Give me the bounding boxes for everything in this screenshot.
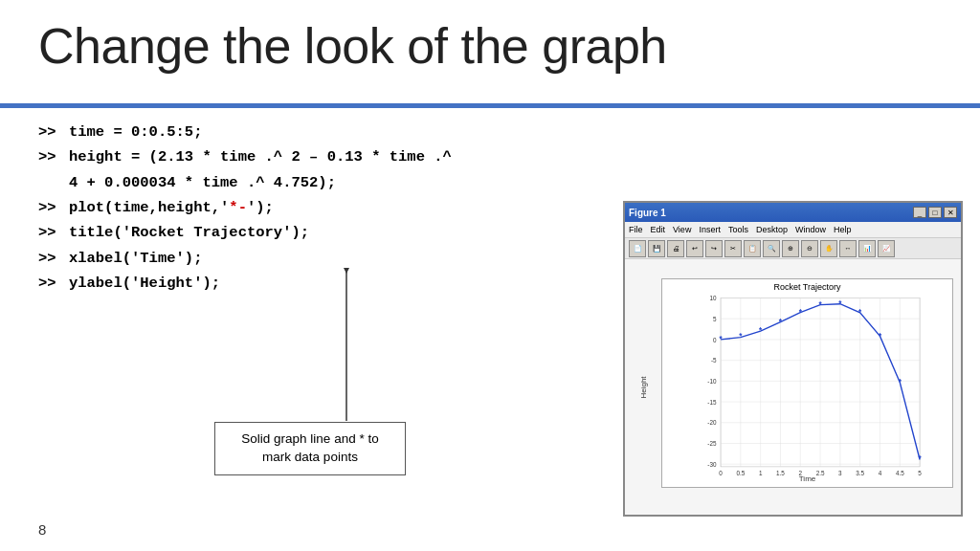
svg-text:-20: -20 [707, 419, 717, 426]
svg-text:1.5: 1.5 [776, 470, 785, 476]
menu-tools[interactable]: Tools [728, 225, 748, 234]
code-line-5: >> title('Rocket Trajectory'); [38, 220, 452, 245]
menu-file[interactable]: File [629, 225, 643, 234]
code-text: plot(time,height,'*-'); [69, 195, 274, 220]
chart-title: Rocket Trajectory [662, 279, 952, 294]
svg-text:1: 1 [759, 470, 763, 476]
toolbar-btn-4[interactable]: ↩ [686, 240, 703, 257]
toolbar-btn-9[interactable]: ⊕ [782, 240, 799, 257]
code-prefix: >> [38, 271, 65, 296]
toolbar-btn-13[interactable]: 📊 [858, 240, 876, 257]
toolbar-btn-6[interactable]: ✂ [724, 240, 742, 257]
toolbar-btn-1[interactable]: 📄 [629, 240, 646, 257]
svg-text:-5: -5 [711, 357, 717, 364]
code-line-1: >> time = 0:0.5:5; [38, 120, 452, 144]
slide-number: 8 [38, 521, 46, 538]
code-prefix: >> [38, 120, 65, 144]
menu-window[interactable]: Window [795, 225, 826, 234]
matlab-titlebar: Figure 1 _ □ ✕ [625, 203, 961, 222]
svg-text:-25: -25 [707, 440, 717, 447]
menu-help[interactable]: Help [834, 225, 852, 234]
matlab-figure-window: Figure 1 _ □ ✕ File Edit View Insert Too… [623, 201, 963, 517]
matlab-menubar: File Edit View Insert Tools Desktop Wind… [625, 222, 961, 238]
svg-text:*: * [919, 454, 923, 463]
svg-text:0: 0 [719, 470, 723, 476]
slide-title: Change the look of the graph [38, 17, 667, 75]
code-prefix: >> [38, 220, 65, 245]
svg-text:4.5: 4.5 [896, 470, 904, 476]
svg-text:2.5: 2.5 [816, 470, 825, 476]
code-prefix [38, 170, 65, 195]
x-axis-label: Time [799, 474, 815, 483]
toolbar-btn-11[interactable]: ✋ [820, 240, 837, 257]
menu-insert[interactable]: Insert [699, 225, 721, 234]
toolbar-btn-14[interactable]: 📈 [878, 240, 895, 257]
matlab-toolbar: 📄 💾 🖨 ↩ ↪ ✂ 📋 🔍 ⊕ ⊖ ✋ ↔ 📊 📈 [625, 238, 961, 259]
code-text: height = (2.13 * time .^ 2 – 0.13 * time… [69, 144, 452, 169]
y-axis-label: Height [639, 376, 648, 398]
code-line-7: >> ylabel('Height'); [38, 271, 452, 296]
code-line-6: >> xlabel('Time'); [38, 246, 452, 271]
svg-text:5: 5 [918, 470, 922, 476]
chart-svg: 10 5 0 -5 -10 -15 -20 -25 -30 0 0.5 1 1.… [662, 294, 952, 484]
svg-text:-10: -10 [707, 378, 717, 385]
chart-container: Rocket Trajectory [661, 278, 953, 488]
code-prefix: >> [38, 246, 65, 271]
maximize-button[interactable]: □ [928, 207, 942, 218]
code-block: >> time = 0:0.5:5; >> height = (2.13 * t… [38, 120, 452, 296]
code-line-2: >> height = (2.13 * time .^ 2 – 0.13 * t… [38, 144, 452, 169]
svg-text:-15: -15 [707, 399, 717, 406]
code-text: ylabel('Height'); [69, 271, 220, 296]
svg-text:3.5: 3.5 [856, 470, 864, 476]
minimize-button[interactable]: _ [913, 207, 926, 218]
menu-view[interactable]: View [673, 225, 691, 234]
code-text: title('Rocket Trajectory'); [69, 220, 309, 245]
code-text: xlabel('Time'); [69, 246, 203, 271]
svg-text:3: 3 [838, 470, 842, 476]
close-button[interactable]: ✕ [944, 207, 957, 218]
menu-desktop[interactable]: Desktop [756, 225, 788, 234]
svg-text:4: 4 [879, 470, 882, 476]
toolbar-btn-5[interactable]: ↪ [705, 240, 723, 257]
matlab-plot-area: Height Rocket Trajectory [625, 259, 961, 515]
window-controls: _ □ ✕ [913, 207, 957, 218]
svg-text:0.5: 0.5 [736, 470, 745, 476]
toolbar-btn-12[interactable]: ↔ [839, 240, 857, 257]
toolbar-btn-10[interactable]: ⊖ [801, 240, 818, 257]
svg-text:0: 0 [713, 337, 717, 343]
menu-edit[interactable]: Edit [651, 225, 666, 234]
svg-text:5: 5 [713, 316, 717, 322]
code-prefix: >> [38, 144, 65, 169]
accent-bar [0, 103, 980, 108]
code-line-3: 4 + 0.000034 * time .^ 4.752); [38, 170, 452, 195]
annotation-box: Solid graph line and * to mark data poin… [214, 422, 406, 475]
svg-text:10: 10 [709, 295, 717, 301]
code-line-4: >> plot(time,height,'*-'); [38, 195, 452, 220]
toolbar-btn-7[interactable]: 📋 [744, 240, 761, 257]
code-prefix: >> [38, 195, 65, 220]
code-text: 4 + 0.000034 * time .^ 4.752); [69, 170, 336, 195]
matlab-figure-title: Figure 1 [629, 208, 913, 218]
toolbar-btn-3[interactable]: 🖨 [667, 240, 684, 257]
annotation-text: Solid graph line and * to mark data poin… [241, 431, 378, 464]
toolbar-btn-8[interactable]: 🔍 [763, 240, 780, 257]
toolbar-btn-2[interactable]: 💾 [648, 240, 665, 257]
code-text: time = 0:0.5:5; [69, 120, 203, 144]
svg-text:-30: -30 [707, 461, 717, 468]
